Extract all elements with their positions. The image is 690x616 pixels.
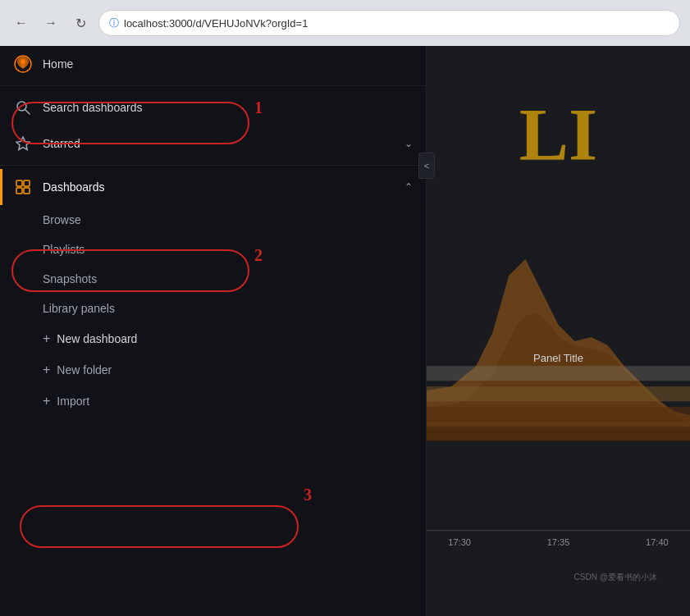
new-folder-plus-icon: + <box>43 363 50 377</box>
home-nav-item[interactable]: Home <box>0 46 426 82</box>
svg-rect-15 <box>427 386 690 401</box>
dashboards-chevron: ⌃ <box>404 181 413 193</box>
browse-nav-item[interactable]: Browse <box>0 205 426 235</box>
dashboards-nav-item[interactable]: Dashboards ⌃ <box>0 169 426 205</box>
svg-text:17:40: 17:40 <box>646 537 669 547</box>
svg-text:LI: LI <box>519 94 597 176</box>
library-panels-label: Library panels <box>43 302 115 315</box>
new-folder-nav-item[interactable]: + New folder <box>0 354 426 386</box>
starred-label: Starred <box>43 137 395 150</box>
home-label: Home <box>43 57 413 71</box>
svg-text:17:35: 17:35 <box>547 537 570 547</box>
svg-text:Panel Title: Panel Title <box>533 352 583 364</box>
url-text: localhost:3000/d/VEHUJoNVk?orgId=1 <box>124 17 308 30</box>
new-dashboard-nav-item[interactable]: + New dashboard <box>0 323 426 354</box>
sidebar-collapse-button[interactable]: < <box>418 153 435 179</box>
playlists-nav-item[interactable]: Playlists <box>0 235 426 264</box>
svg-rect-14 <box>427 366 690 381</box>
import-plus-icon: + <box>43 394 50 408</box>
playlists-label: Playlists <box>43 243 85 256</box>
search-label: Search dashboards <box>43 101 413 114</box>
starred-nav-item[interactable]: Starred ⌄ <box>0 125 426 162</box>
browse-label: Browse <box>43 213 81 226</box>
refresh-button[interactable]: ↻ <box>69 11 92 34</box>
chart-panel: LI Panel Title 17:30 17:35 17:40 CSDN @爱… <box>427 46 690 616</box>
main-content: Home Search dashboards Starred ⌄ <box>0 46 690 616</box>
dashboards-icon <box>13 177 33 197</box>
search-icon <box>13 98 33 117</box>
svg-rect-5 <box>16 180 22 186</box>
svg-line-3 <box>25 110 30 114</box>
import-label: Import <box>57 395 89 408</box>
nav-divider-2 <box>0 165 426 166</box>
starred-chevron: ⌄ <box>404 138 413 149</box>
star-icon <box>13 134 33 153</box>
snapshots-nav-item[interactable]: Snapshots <box>0 264 426 294</box>
import-nav-item[interactable]: + Import <box>0 386 426 417</box>
new-dashboard-label: New dashboard <box>57 332 137 345</box>
svg-rect-16 <box>427 407 690 422</box>
library-panels-nav-item[interactable]: Library panels <box>0 294 426 323</box>
svg-rect-6 <box>24 180 30 186</box>
svg-text:17:30: 17:30 <box>448 537 471 547</box>
svg-point-1 <box>21 59 25 64</box>
collapse-icon: < <box>424 161 429 171</box>
svg-text:CSDN @爱看书的小沐: CSDN @爱看书的小沐 <box>574 573 657 582</box>
sidebar: Home Search dashboards Starred ⌄ <box>0 46 427 616</box>
new-dashboard-plus-icon: + <box>43 331 50 346</box>
snapshots-label: Snapshots <box>43 272 97 285</box>
lock-icon: ⓘ <box>109 16 119 30</box>
chart-svg: LI Panel Title 17:30 17:35 17:40 CSDN @爱… <box>427 46 690 616</box>
forward-button[interactable]: → <box>39 11 62 34</box>
svg-rect-7 <box>16 188 22 194</box>
svg-point-2 <box>17 102 26 111</box>
search-nav-item[interactable]: Search dashboards <box>0 89 426 125</box>
back-button[interactable]: ← <box>10 11 33 34</box>
home-icon <box>13 54 33 74</box>
address-bar[interactable]: ⓘ localhost:3000/d/VEHUJoNVk?orgId=1 <box>98 10 680 36</box>
svg-rect-8 <box>24 188 30 194</box>
svg-rect-17 <box>427 427 690 441</box>
nav-divider-1 <box>0 85 426 86</box>
dashboards-label: Dashboards <box>43 180 395 194</box>
new-folder-label: New folder <box>57 363 112 376</box>
browser-chrome: ← → ↻ ⓘ localhost:3000/d/VEHUJoNVk?orgId… <box>0 0 690 46</box>
svg-marker-4 <box>16 137 30 150</box>
